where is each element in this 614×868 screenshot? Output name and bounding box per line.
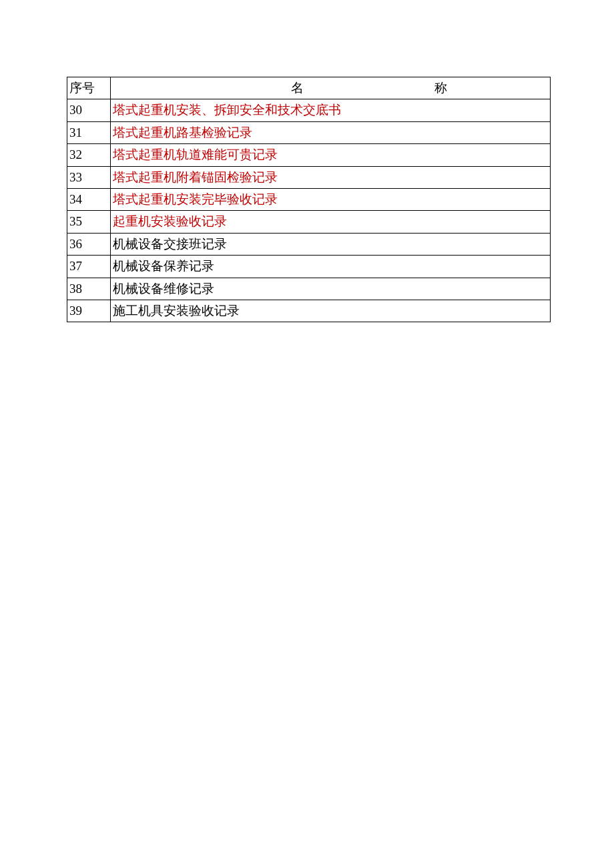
- cell-seq: 32: [67, 144, 111, 166]
- cell-seq: 35: [67, 211, 111, 233]
- header-name-char2: 称: [434, 78, 447, 98]
- table-row: 30 塔式起重机安装、拆卸安全和技术交底书: [67, 99, 551, 121]
- table-row: 36 机械设备交接班记录: [67, 233, 551, 255]
- cell-seq: 36: [67, 233, 111, 255]
- cell-name: 机械设备维修记录: [111, 278, 551, 300]
- cell-name: 施工机具安装验收记录: [111, 300, 551, 322]
- cell-name: 塔式起重机轨道难能可贵记录: [111, 144, 551, 166]
- table-body: 30 塔式起重机安装、拆卸安全和技术交底书 31 塔式起重机路基检验记录 32 …: [67, 99, 551, 322]
- cell-seq: 38: [67, 278, 111, 300]
- table-row: 35 起重机安装验收记录: [67, 211, 551, 233]
- table-row: 37 机械设备保养记录: [67, 256, 551, 278]
- header-name: 名 称: [111, 77, 551, 99]
- document-table: 序号 名 称 30 塔式起重机安装、拆卸安全和技术交底书 31 塔式起重机路基检…: [67, 77, 551, 322]
- cell-name: 塔式起重机附着锚固检验记录: [111, 166, 551, 188]
- table-header-row: 序号 名 称: [67, 77, 551, 99]
- table-row: 31 塔式起重机路基检验记录: [67, 121, 551, 143]
- header-seq: 序号: [67, 77, 111, 99]
- cell-seq: 33: [67, 166, 111, 188]
- cell-seq: 37: [67, 256, 111, 278]
- table-row: 39 施工机具安装验收记录: [67, 300, 551, 322]
- header-name-char1: 名: [291, 78, 304, 98]
- cell-name: 塔式起重机安装完毕验收记录: [111, 188, 551, 210]
- cell-name: 起重机安装验收记录: [111, 211, 551, 233]
- cell-name: 塔式起重机安装、拆卸安全和技术交底书: [111, 99, 551, 121]
- cell-seq: 30: [67, 99, 111, 121]
- cell-seq: 39: [67, 300, 111, 322]
- table-row: 32 塔式起重机轨道难能可贵记录: [67, 144, 551, 166]
- cell-name: 机械设备交接班记录: [111, 233, 551, 255]
- table-row: 33 塔式起重机附着锚固检验记录: [67, 166, 551, 188]
- cell-seq: 31: [67, 121, 111, 143]
- table-row: 34 塔式起重机安装完毕验收记录: [67, 188, 551, 210]
- cell-name: 塔式起重机路基检验记录: [111, 121, 551, 143]
- cell-seq: 34: [67, 188, 111, 210]
- cell-name: 机械设备保养记录: [111, 256, 551, 278]
- table-row: 38 机械设备维修记录: [67, 278, 551, 300]
